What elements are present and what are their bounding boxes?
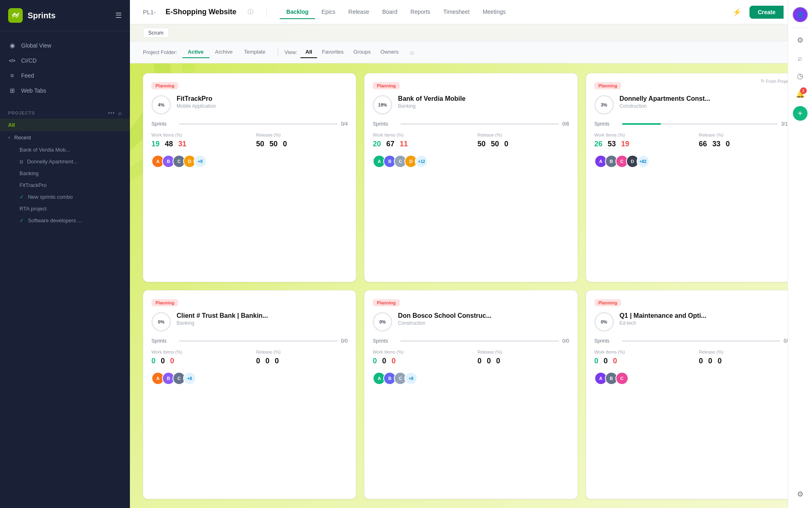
folder-tab-template[interactable]: Template bbox=[238, 46, 271, 58]
filter-icon[interactable]: ⚡ bbox=[729, 6, 745, 18]
menu-icon[interactable]: ☰ bbox=[115, 11, 122, 20]
progress-circle: 19% bbox=[373, 95, 392, 115]
sidebar-sub-item-new-sprints-combo[interactable]: ✓ New sprints combo bbox=[0, 191, 130, 203]
metric-value: 0 bbox=[151, 357, 155, 365]
status-badge: Planning bbox=[373, 299, 400, 306]
work-items-metric: Work Items (%) 19.48.31 bbox=[151, 132, 243, 148]
sprints-label: Sprints bbox=[151, 121, 176, 127]
sprint-bar bbox=[179, 340, 338, 342]
web-tabs-icon: ⊞ bbox=[8, 87, 16, 94]
metric-value: 0 bbox=[256, 357, 260, 365]
card-sprints: Sprints 0/0 bbox=[373, 338, 569, 344]
project-card[interactable]: Planning 19% Bank of Verdia Mobile Banki… bbox=[364, 73, 577, 282]
release-label: Release (%) bbox=[477, 132, 569, 137]
view-tab-favorites[interactable]: Favorites bbox=[317, 46, 348, 58]
sidebar-sub-item-rta-project[interactable]: RTA project bbox=[0, 203, 130, 215]
sidebar-item-web-tabs[interactable]: ⊞ Web Tabs bbox=[0, 83, 130, 98]
project-card[interactable]: Planning 0% Don Bosco School Construc...… bbox=[364, 290, 577, 499]
metric-value: 0 bbox=[604, 357, 608, 365]
history-icon[interactable]: ◷ bbox=[793, 69, 808, 83]
card-metrics: Work Items (%) 0.0.0 Release (%) 0.0.0 bbox=[373, 350, 569, 365]
card-top: 0% Don Bosco School Construc... Construc… bbox=[373, 312, 569, 332]
notification-badge: 2 bbox=[800, 87, 807, 94]
metric-value: 0 bbox=[496, 357, 500, 365]
sprints-label: Sprints bbox=[594, 338, 619, 344]
info-icon[interactable]: ⓘ bbox=[248, 9, 253, 16]
card-metrics: Work Items (%) 0.0.0 Release (%) 0.0.0 bbox=[594, 350, 790, 365]
project-card[interactable]: Planning 0% Q1 | Maintenance and Opti...… bbox=[586, 290, 799, 499]
tab-meetings[interactable]: Meetings bbox=[476, 5, 512, 19]
tab-board[interactable]: Board bbox=[376, 5, 404, 19]
sidebar: Sprints ☰ ◉ Global View </> CI/CD ≡ Feed… bbox=[0, 0, 130, 508]
metric-value: . bbox=[161, 140, 163, 148]
main-content: PL1- E-Shopping Website ⓘ Backlog Epics … bbox=[130, 0, 812, 508]
folder-tab-active[interactable]: Active bbox=[182, 46, 209, 58]
view-tab-groups[interactable]: Groups bbox=[348, 46, 376, 58]
tab-reports[interactable]: Reports bbox=[404, 5, 437, 19]
metric-value: 0 bbox=[275, 357, 279, 365]
work-items-label: Work Items (%) bbox=[594, 132, 686, 137]
view-tab-owners[interactable]: Owners bbox=[376, 46, 404, 58]
sidebar-item-ci-cd[interactable]: </> CI/CD bbox=[0, 53, 130, 68]
card-metrics: Work Items (%) 19.48.31 Release (%) 50.5… bbox=[151, 132, 348, 148]
metric-value: 0 bbox=[382, 357, 386, 365]
search-icon[interactable]: ⌕ bbox=[118, 110, 122, 116]
metric-value: 0 bbox=[266, 357, 270, 365]
tab-backlog[interactable]: Backlog bbox=[280, 5, 315, 19]
tab-epics[interactable]: Epics bbox=[315, 5, 342, 19]
metric-value: 48 bbox=[165, 140, 173, 148]
avatar-more-badge: +8 bbox=[404, 372, 417, 385]
sidebar-sub-item-fittrackpro[interactable]: FitTrackPro bbox=[0, 179, 130, 191]
metric-value: . bbox=[382, 140, 384, 148]
release-metric: Release (%) 50.50.0 bbox=[477, 132, 569, 148]
sidebar-item-feed[interactable]: ≡ Feed bbox=[0, 68, 130, 83]
tab-timesheet[interactable]: Timesheet bbox=[437, 5, 476, 19]
sidebar-sub-item-donnelly[interactable]: ⊟ Donnelly Apartment... bbox=[0, 156, 130, 167]
metric-value: 50 bbox=[270, 140, 278, 148]
metric-value: 0 bbox=[504, 140, 508, 148]
work-items-label: Work Items (%) bbox=[151, 132, 243, 137]
metric-value: 0 bbox=[699, 357, 703, 365]
search-icon[interactable]: ⌕ bbox=[410, 49, 414, 56]
user-avatar[interactable]: 👤 bbox=[792, 7, 808, 23]
work-items-label: Work Items (%) bbox=[373, 350, 464, 354]
settings-icon[interactable]: ⚙ bbox=[793, 33, 808, 48]
sidebar-item-all[interactable]: All bbox=[0, 119, 130, 131]
sidebar-sub-item-software-developers[interactable]: ✓ Software developers ... bbox=[0, 215, 130, 226]
status-badge: Planning bbox=[373, 82, 400, 89]
project-card[interactable]: Planning 0% Client # Trust Bank | Bankin… bbox=[143, 290, 356, 499]
folder-tab-archive[interactable]: Archive bbox=[209, 46, 238, 58]
add-button[interactable]: + bbox=[793, 106, 808, 121]
card-sprints: Sprints 0/0 bbox=[594, 338, 790, 344]
metric-value: . bbox=[604, 140, 606, 148]
sprint-bar bbox=[400, 340, 559, 342]
card-subtitle: Banking bbox=[177, 320, 348, 326]
release-metric: Release (%) 0.0.0 bbox=[256, 350, 348, 365]
sprints-label: Sprints bbox=[373, 338, 397, 344]
project-card[interactable]: ↻ From Projects Planning 3% Donnelly Apa… bbox=[586, 73, 799, 282]
notification-icon[interactable]: 🔔 2 bbox=[793, 87, 808, 101]
sidebar-item-recent[interactable]: ▾ Recent bbox=[0, 131, 130, 144]
sidebar-sub-item-banking[interactable]: Banking bbox=[0, 167, 130, 179]
create-button[interactable]: Create bbox=[749, 6, 784, 19]
card-subtitle: Mobile Application bbox=[177, 103, 348, 109]
folder-bar: Project Folder: Active Archive Template … bbox=[130, 41, 812, 63]
search-icon[interactable]: ⌕ bbox=[793, 51, 808, 65]
metric-value: . bbox=[704, 357, 706, 365]
card-subtitle: Construction bbox=[398, 320, 569, 326]
project-card[interactable]: Planning 4% FitTrackPro Mobile Applicati… bbox=[143, 73, 356, 282]
sidebar-item-global-view[interactable]: ◉ Global View bbox=[0, 38, 130, 53]
card-top: 0% Client # Trust Bank | Bankin... Banki… bbox=[151, 312, 348, 332]
card-avatars: ABC+8 bbox=[151, 372, 348, 385]
sidebar-item-label: Feed bbox=[21, 72, 34, 79]
sidebar-sub-item-bank-verdia[interactable]: Bank of Verdia Mob... bbox=[0, 144, 130, 156]
view-tab-all[interactable]: All bbox=[300, 46, 317, 58]
settings-bottom-icon[interactable]: ⚙ bbox=[793, 487, 808, 501]
card-sprints: Sprints 0/0 bbox=[151, 338, 348, 344]
release-values: 0.0.0 bbox=[256, 357, 348, 365]
more-icon[interactable]: ••• bbox=[108, 110, 115, 116]
metric-value: . bbox=[501, 140, 503, 148]
tab-release[interactable]: Release bbox=[342, 5, 376, 19]
work-items-metric: Work Items (%) 26.53.19 bbox=[594, 132, 686, 148]
avatar-more-badge: +12 bbox=[415, 155, 428, 168]
